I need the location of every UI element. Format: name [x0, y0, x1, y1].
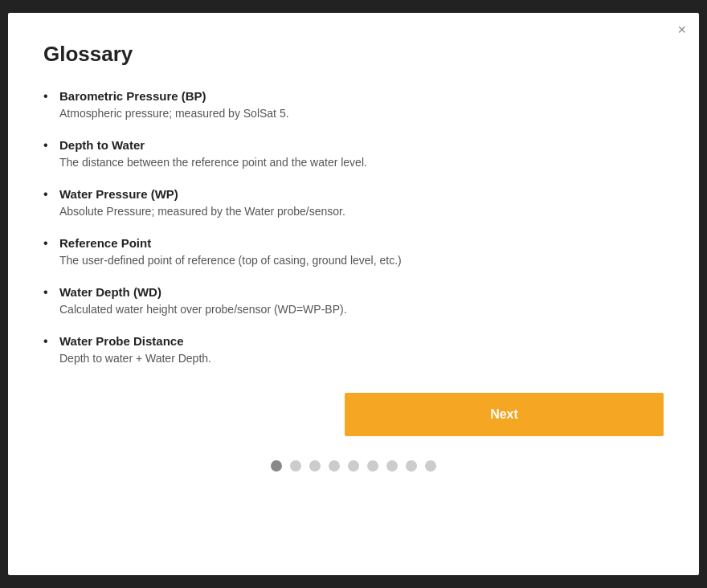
- pagination-dot[interactable]: [271, 460, 282, 472]
- glossary-definition: Calculated water height over probe/senso…: [59, 301, 664, 318]
- modal-title: Glossary: [43, 42, 664, 67]
- glossary-definition: The user-defined point of reference (top…: [59, 252, 664, 269]
- pagination-dot[interactable]: [329, 460, 340, 472]
- glossary-definition: The distance between the reference point…: [59, 154, 664, 171]
- glossary-list: Barometric Pressure (BP)Atmospheric pres…: [43, 89, 664, 367]
- glossary-item: Water Pressure (WP)Absolute Pressure; me…: [43, 187, 664, 220]
- glossary-term: Barometric Pressure (BP): [59, 89, 664, 103]
- glossary-item: Depth to WaterThe distance between the r…: [43, 138, 664, 171]
- modal-dialog: × Glossary Barometric Pressure (BP)Atmos…: [8, 13, 699, 575]
- glossary-term: Reference Point: [59, 236, 664, 250]
- glossary-item: Water Depth (WD)Calculated water height …: [43, 285, 664, 318]
- glossary-term: Water Probe Distance: [59, 334, 664, 348]
- glossary-item: Reference PointThe user-defined point of…: [43, 236, 664, 269]
- modal-overlay: × Glossary Barometric Pressure (BP)Atmos…: [0, 0, 707, 588]
- next-button[interactable]: Next: [345, 393, 664, 436]
- pagination-dot[interactable]: [386, 460, 398, 472]
- pagination-dot[interactable]: [348, 460, 359, 472]
- glossary-item: Barometric Pressure (BP)Atmospheric pres…: [43, 89, 664, 122]
- glossary-term: Water Pressure (WP): [59, 187, 664, 201]
- glossary-definition: Depth to water + Water Depth.: [59, 350, 664, 367]
- glossary-item: Water Probe DistanceDepth to water + Wat…: [43, 334, 664, 367]
- close-button[interactable]: ×: [677, 22, 686, 37]
- glossary-definition: Atmospheric pressure; measured by SolSat…: [59, 105, 664, 122]
- glossary-definition: Absolute Pressure; measured by the Water…: [59, 203, 664, 220]
- pagination-dot[interactable]: [309, 460, 321, 472]
- pagination-dot[interactable]: [367, 460, 378, 472]
- pagination-dots: [43, 460, 664, 472]
- pagination-dot[interactable]: [406, 460, 417, 472]
- glossary-term: Water Depth (WD): [59, 285, 664, 299]
- pagination-dot[interactable]: [425, 460, 436, 472]
- pagination-dot[interactable]: [290, 460, 301, 472]
- glossary-term: Depth to Water: [59, 138, 664, 152]
